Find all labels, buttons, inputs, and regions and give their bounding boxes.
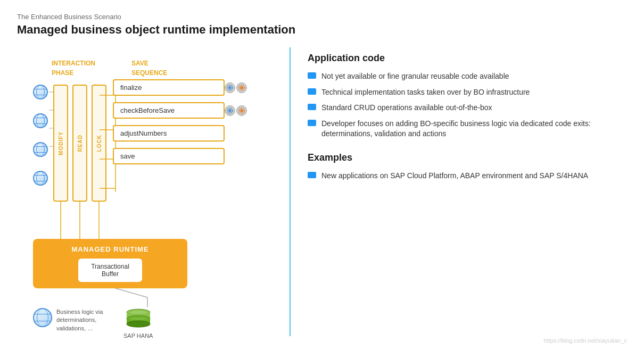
subtitle: The Enhanced Business Scenario bbox=[17, 13, 627, 21]
gear-circle-4 bbox=[236, 105, 247, 116]
watermark: https://blog.csdn.net/xiayutian_c bbox=[543, 337, 627, 344]
bottom-left-section: Business logic via determinations, valid… bbox=[33, 308, 103, 333]
interaction-phase-label: INTERACTION PHASE bbox=[52, 58, 95, 77]
gear-circle-3 bbox=[225, 105, 235, 116]
svg-point-16 bbox=[240, 86, 243, 89]
bullet-item-2: Technical implementation tasks taken ove… bbox=[308, 87, 627, 98]
seq-box-checkbeforesave: checkBeforeSave bbox=[113, 102, 225, 119]
bullet-icon-5 bbox=[308, 172, 316, 178]
diagram-section: INTERACTION PHASE SAVE SEQUENCE bbox=[17, 47, 273, 336]
bar-modify: MODIFY bbox=[53, 85, 68, 202]
sap-hana-db: SAP HANA bbox=[123, 308, 153, 339]
app-code-bullets: Not yet available or fine granular reusa… bbox=[308, 71, 627, 139]
examples-heading: Examples bbox=[308, 152, 627, 163]
svg-point-26 bbox=[127, 321, 150, 327]
sequence-area: finalize checkBeforeSave bbox=[113, 79, 225, 171]
left-globes bbox=[33, 85, 48, 186]
business-logic-text: Business logic via determinations, valid… bbox=[56, 308, 103, 333]
content-row: INTERACTION PHASE SAVE SEQUENCE bbox=[17, 47, 627, 336]
managed-runtime-box: MANAGED RUNTIME Transactional Buffer bbox=[33, 239, 187, 288]
bullet-icon-4 bbox=[308, 120, 316, 126]
svg-point-20 bbox=[240, 109, 243, 112]
bar-read: READ bbox=[72, 85, 87, 202]
globe-icon-2 bbox=[33, 113, 48, 128]
bars-area: MODIFY READ LOCK bbox=[53, 85, 106, 202]
bullet-item-1: Not yet available or fine granular reusa… bbox=[308, 71, 627, 82]
gear-circle-1 bbox=[225, 82, 235, 93]
bullet-item-3: Standard CRUD operations available out-o… bbox=[308, 103, 627, 113]
globe-icon-1 bbox=[33, 85, 48, 99]
page-container: The Enhanced Business Scenario Managed b… bbox=[0, 0, 644, 349]
examples-bullets: New applications on SAP Cloud Platform, … bbox=[308, 171, 627, 181]
bar-lock: LOCK bbox=[92, 85, 106, 202]
diagram-wrapper: INTERACTION PHASE SAVE SEQUENCE bbox=[17, 47, 262, 335]
bullet-icon-2 bbox=[308, 88, 316, 95]
gear-icons-finalize bbox=[225, 82, 247, 93]
sap-hana-section: SAP HANA bbox=[123, 308, 153, 339]
database-icon bbox=[125, 308, 152, 330]
globe-icon-3 bbox=[33, 142, 48, 157]
header-section: The Enhanced Business Scenario Managed b… bbox=[17, 13, 627, 37]
svg-point-28 bbox=[130, 317, 147, 320]
globe-icon-large bbox=[33, 308, 52, 327]
bullet-item-4: Developer focuses on adding BO-specific … bbox=[308, 119, 627, 139]
svg-point-18 bbox=[228, 109, 232, 112]
globe-icon-4 bbox=[33, 171, 48, 186]
vertical-divider bbox=[290, 47, 291, 336]
svg-point-14 bbox=[228, 86, 232, 89]
app-code-heading: Application code bbox=[308, 53, 627, 64]
save-sequence-label: SAVE SEQUENCE bbox=[131, 58, 167, 77]
seq-box-finalize: finalize bbox=[113, 79, 225, 96]
text-section: Application code Not yet available or fi… bbox=[308, 47, 627, 336]
main-title: Managed business object runtime implemen… bbox=[17, 23, 627, 37]
gear-icons-check bbox=[225, 105, 247, 116]
transactional-buffer: Transactional Buffer bbox=[78, 259, 142, 282]
example-item-1: New applications on SAP Cloud Platform, … bbox=[308, 171, 627, 181]
gear-circle-2 bbox=[236, 82, 247, 93]
managed-runtime-label: MANAGED RUNTIME bbox=[42, 245, 179, 253]
svg-line-12 bbox=[110, 287, 147, 297]
bullet-icon-1 bbox=[308, 72, 316, 79]
svg-point-27 bbox=[130, 311, 147, 314]
seq-box-adjustnumbers: adjustNumbers bbox=[113, 125, 225, 142]
sap-hana-label: SAP HANA bbox=[123, 333, 153, 339]
bullet-icon-3 bbox=[308, 104, 316, 110]
seq-box-save: save bbox=[113, 148, 225, 164]
